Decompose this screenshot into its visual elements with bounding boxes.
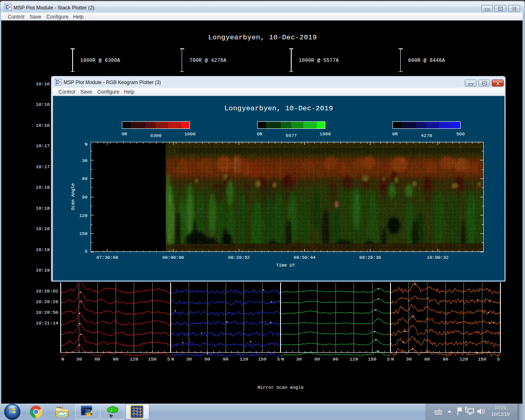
svg-text:08:59:44: 08:59:44 [294, 255, 315, 260]
svg-text:90: 90 [443, 356, 448, 362]
svg-text:S: S [387, 356, 390, 362]
svg-text:120: 120 [349, 356, 358, 362]
svg-text:S: S [84, 249, 87, 254]
svg-text:N: N [171, 356, 174, 362]
svg-text:S: S [277, 356, 280, 362]
svg-text:150: 150 [478, 356, 486, 362]
svg-text:150: 150 [79, 231, 87, 236]
svg-text:60: 60 [204, 356, 210, 362]
svg-text:60: 60 [94, 356, 100, 362]
svg-text:90: 90 [333, 356, 338, 362]
svg-text:N: N [281, 356, 284, 362]
svg-text:90: 90 [223, 356, 228, 362]
svg-text:30: 30 [406, 356, 412, 362]
svg-text:S: S [167, 356, 170, 362]
svg-text:07:30:08: 07:30:08 [96, 255, 118, 260]
svg-text:150: 150 [148, 356, 157, 362]
svg-text:30: 30 [296, 356, 302, 362]
svg-text:90: 90 [113, 356, 119, 362]
svg-text:90: 90 [82, 194, 88, 200]
svg-text:N: N [391, 356, 394, 362]
svg-text:N: N [84, 142, 87, 147]
svg-text:120: 120 [130, 356, 138, 362]
svg-text:120: 120 [79, 213, 87, 218]
svg-text:08:00:00: 08:00:00 [162, 255, 184, 260]
svg-text:Scan Angle: Scan Angle [70, 183, 75, 210]
svg-text:09:29:36: 09:29:36 [359, 255, 381, 260]
svg-text:N: N [62, 356, 64, 362]
svg-text:S: S [497, 356, 500, 362]
svg-text:60: 60 [424, 356, 430, 362]
svg-text:30: 30 [186, 356, 192, 362]
svg-text:120: 120 [459, 356, 468, 362]
svg-text:120: 120 [240, 356, 248, 362]
svg-text:Time UT: Time UT [276, 262, 295, 268]
svg-text:150: 150 [368, 356, 377, 362]
svg-text:10:00:32: 10:00:32 [427, 255, 449, 260]
svg-text:08:29:52: 08:29:52 [228, 255, 250, 260]
svg-text:60: 60 [314, 356, 320, 362]
svg-text:60: 60 [82, 176, 88, 181]
svg-text:150: 150 [258, 356, 267, 362]
svg-text:30: 30 [82, 158, 88, 163]
svg-text:30: 30 [76, 356, 82, 362]
